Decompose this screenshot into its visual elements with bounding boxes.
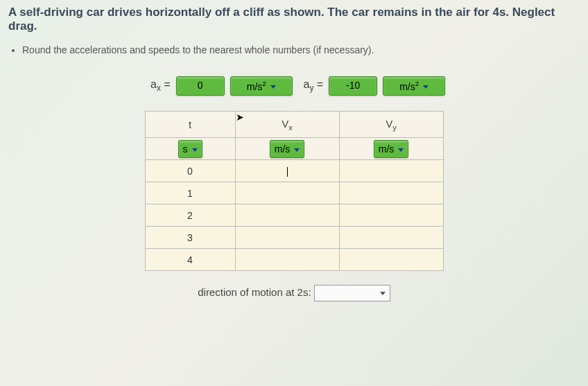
t-unit-select[interactable]: s [178,140,202,158]
vy-unit-select[interactable]: m/s [374,140,409,158]
ay-label: ay = [295,78,323,93]
ay-unit-select[interactable]: m/s2 [383,76,445,96]
cell-vx-2[interactable] [235,204,339,227]
cell-vx-0[interactable] [235,160,339,182]
cell-vy-1[interactable] [339,182,443,204]
instruction-list: Round the accelerations and speeds to th… [22,44,580,55]
instruction-item: Round the accelerations and speeds to th… [22,44,580,55]
unit-t-cell: s [145,138,235,160]
vx-unit-select[interactable]: m/s [270,140,305,158]
cell-t-3: 3 [145,227,235,249]
cell-t-4: 4 [145,249,235,271]
chevron-down-icon [398,148,404,152]
unit-vx-cell: m/s [235,138,339,160]
ax-row: ax = 0 m/s2 [143,76,293,96]
table-row: 2 [145,204,443,227]
table-row: 3 [145,227,443,249]
cell-t-0: 0 [145,160,235,182]
table-row: 4 [145,249,443,271]
table-unit-row: s m/s m/s [145,138,443,160]
table-wrap: t ➤Vx Vy s m/s m/s 0 1 2 3 [8,111,580,271]
direction-row: direction of motion at 2s: [8,285,580,301]
problem-title: A self-driving car drives horizontally o… [8,6,580,33]
cursor-icon: ➤ [236,112,244,123]
unit-vy-cell: m/s [339,138,443,160]
acceleration-block: ax = 0 m/s2 ay = -10 m/s2 [8,76,580,100]
cell-t-1: 1 [145,182,235,204]
cell-vy-2[interactable] [339,204,443,227]
chevron-down-icon [270,85,276,89]
table-row: 1 [145,182,443,204]
table-row: 0 [145,160,443,182]
cell-vy-3[interactable] [339,227,443,249]
ay-input[interactable]: -10 [329,76,377,96]
velocity-table: t ➤Vx Vy s m/s m/s 0 1 2 3 [145,111,444,271]
header-t: t [145,112,235,138]
cell-vx-3[interactable] [235,227,339,249]
cell-t-2: 2 [145,204,235,227]
cell-vx-1[interactable] [235,182,339,204]
cell-vy-4[interactable] [339,249,443,271]
chevron-down-icon [294,148,300,152]
header-vx: ➤Vx [235,112,339,138]
ax-label: ax = [143,78,171,93]
chevron-down-icon [380,292,386,295]
direction-select[interactable] [314,285,390,301]
table-header-row: t ➤Vx Vy [145,112,443,138]
ax-unit-select[interactable]: m/s2 [230,76,293,96]
cell-vx-4[interactable] [235,249,339,271]
direction-label: direction of motion at 2s: [198,286,311,298]
cell-vy-0[interactable] [339,160,443,182]
ax-input[interactable]: 0 [176,76,225,96]
chevron-down-icon [192,148,198,152]
header-vy: Vy [339,112,443,138]
ay-row: ay = -10 m/s2 [295,76,445,96]
chevron-down-icon [423,85,429,89]
